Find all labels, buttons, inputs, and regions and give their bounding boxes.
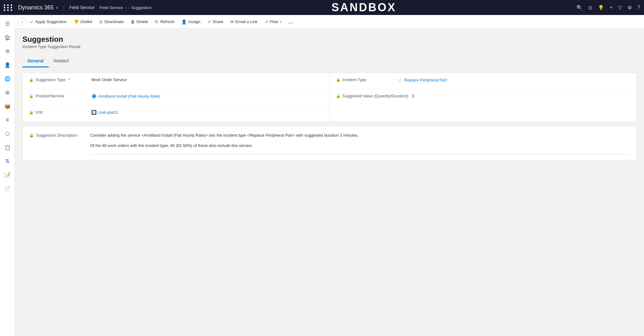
sidenav-collapse[interactable]: ☰ (1, 17, 14, 30)
apply-icon: ✓ (30, 19, 34, 24)
lock-icon-incident: 🔒 (336, 78, 341, 82)
command-bar: › ✓ Apply Suggestion 👎 Dislike ⊘ Deactiv… (15, 15, 644, 29)
refresh-label: Refresh (160, 19, 174, 24)
refresh-button[interactable]: ↻ Refresh (152, 18, 178, 26)
dislike-icon: 👎 (74, 19, 79, 24)
sidenav-clipboard2[interactable]: 📄 (1, 182, 14, 195)
page-subtitle: Incident Type Suggestion Result (22, 44, 637, 49)
main-content: › ✓ Apply Suggestion 👎 Dislike ⊘ Deactiv… (15, 15, 644, 336)
description-row: 🔒 Suggestion Description Consider adding… (23, 126, 636, 161)
delete-label: Delete (136, 19, 148, 24)
tab-related[interactable]: Related (49, 55, 74, 67)
lightbulb-icon[interactable]: 💡 (598, 5, 604, 11)
breadcrumb-part1[interactable]: Field Service (100, 5, 123, 10)
unit-label: 🔒 Unit (29, 110, 91, 114)
sidenav-settings[interactable]: ⚙ (1, 45, 14, 57)
suggested-value-row: 🔒 Suggested Value (Quantity/Duration) 3 (330, 89, 637, 105)
add-icon[interactable]: + (610, 5, 613, 10)
form-right-section: 🔒 Incident Type ⚠ Replace Peripheral Par… (330, 73, 637, 122)
more-commands-button[interactable]: ... (286, 17, 295, 26)
product-service-value[interactable]: 🔷 ArmBand Install (Flat Hourly Rate) (91, 94, 323, 99)
suggestion-type-value: Work Order Service (91, 77, 323, 82)
share-label: Share (212, 19, 223, 24)
sidenav-document[interactable]: 📋 (1, 141, 14, 153)
deactivate-button[interactable]: ⊘ Deactivate (96, 18, 126, 26)
suggestion-type-label-text: Suggestion Type (36, 77, 66, 82)
apply-suggestion-button[interactable]: ✓ Apply Suggestion (27, 18, 70, 26)
product-service-label: 🔒 Product/Service (29, 94, 91, 98)
required-star: * (68, 77, 70, 82)
top-navigation: Dynamics 365 ∨ | Field Service Field Ser… (0, 0, 644, 15)
app-name[interactable]: Field Service (69, 5, 95, 10)
suggested-value-label: 🔒 Suggested Value (Quantity/Duration) (336, 94, 412, 98)
assign-label: Assign (188, 19, 200, 24)
sidebar-toggle-btn[interactable]: › (17, 17, 26, 26)
share-button[interactable]: ↗ Share (204, 18, 227, 26)
share-icon: ↗ (207, 19, 211, 24)
sidenav-globe[interactable]: 🌐 (1, 72, 14, 85)
lock-icon-desc: 🔒 (29, 133, 34, 138)
lock-icon-unit: 🔒 (29, 110, 34, 114)
assign-button[interactable]: 👤 Assign (178, 18, 203, 26)
incident-type-label-text: Incident Type (342, 77, 366, 82)
form-grid: 🔒 Suggestion Type * Work Order Service 🔒… (23, 73, 636, 122)
unit-label-text: Unit (36, 110, 43, 114)
description-label: 🔒 Suggestion Description (29, 132, 85, 138)
dislike-button[interactable]: 👎 Dislike (70, 18, 95, 26)
deactivate-icon: ⊘ (99, 19, 103, 24)
unit-row: 🔒 Unit 🔲 Unit-q942J (23, 105, 329, 122)
refresh-icon: ↻ (155, 19, 159, 24)
dislike-label: Dislike (80, 19, 92, 24)
help-icon[interactable]: ? (637, 5, 640, 10)
description-paragraph2: Of the 80 work orders with the incident … (90, 143, 630, 149)
app-grid-icon[interactable] (4, 4, 13, 11)
sidenav-layers[interactable]: ≡ (1, 114, 14, 126)
deactivate-label: Deactivate (104, 19, 123, 24)
suggestion-type-label: 🔒 Suggestion Type * (29, 77, 91, 82)
sidenav-grid[interactable]: ⊞ (1, 86, 14, 99)
delete-icon: 🗑 (131, 19, 135, 24)
tab-bar: General Related (22, 55, 637, 68)
more-label: ... (288, 18, 293, 25)
sidenav-arrows[interactable]: ⇅ (1, 155, 14, 167)
email-icon: ✉ (230, 19, 234, 24)
suggested-value-label-text: Suggested Value (Quantity/Duration) (342, 94, 408, 98)
search-icon[interactable]: 🔍 (576, 5, 583, 11)
product-service-label-text: Product/Service (36, 94, 64, 98)
tab-general[interactable]: General (22, 55, 49, 67)
page-title: Suggestion (22, 35, 637, 44)
sidenav-clipboard1[interactable]: 📝 (1, 168, 14, 181)
product-service-link-text: ArmBand Install (Flat Hourly Rate) (98, 94, 160, 99)
incident-type-value[interactable]: ⚠ Replace Peripheral Part (398, 77, 630, 82)
unit-value[interactable]: 🔲 Unit-q942J (91, 110, 323, 115)
email-label: Email a Link (236, 19, 258, 24)
settings-icon[interactable]: ⚙ (627, 5, 632, 11)
brand-title[interactable]: Dynamics 365 ∨ (18, 4, 58, 11)
form-card-main: 🔒 Suggestion Type * Work Order Service 🔒… (22, 73, 637, 122)
dynamics-brand: Dynamics 365 (18, 4, 54, 11)
incident-type-label: 🔒 Incident Type (336, 77, 398, 82)
description-paragraph1: Consider adding the service <ArmBand Ins… (90, 132, 630, 139)
brand-chevron: ∨ (55, 5, 58, 10)
filter-icon[interactable]: ▽ (618, 5, 622, 11)
suggestion-type-row: 🔒 Suggestion Type * Work Order Service (23, 73, 329, 89)
incident-type-row: 🔒 Incident Type ⚠ Replace Peripheral Par… (330, 73, 637, 89)
email-link-button[interactable]: ✉ Email a Link (227, 18, 261, 26)
description-card: 🔒 Suggestion Description Consider adding… (22, 126, 637, 161)
sidenav-home[interactable]: 🏠 (1, 31, 14, 44)
flow-icon: ↗ (265, 19, 268, 24)
delete-button[interactable]: 🗑 Delete (127, 18, 151, 26)
target-icon[interactable]: ⊙ (588, 5, 592, 11)
suggested-value-value: 3 (412, 94, 630, 98)
sidenav-person[interactable]: 👤 (1, 59, 14, 71)
sidenav-cube[interactable]: ⬡ (1, 127, 14, 140)
unit-icon: 🔲 (91, 110, 97, 115)
lock-icon-product: 🔒 (29, 94, 34, 98)
warning-icon: ⚠ (398, 77, 402, 82)
breadcrumb: Field Service › › Suggestion (100, 5, 152, 10)
sidenav-box[interactable]: 📦 (1, 100, 14, 112)
incident-type-link-text: Replace Peripheral Part (404, 78, 447, 82)
flow-button[interactable]: ↗ Flow ∨ (261, 18, 285, 26)
description-label-text: Suggestion Description (36, 133, 78, 138)
nav-separator: | (63, 5, 64, 10)
